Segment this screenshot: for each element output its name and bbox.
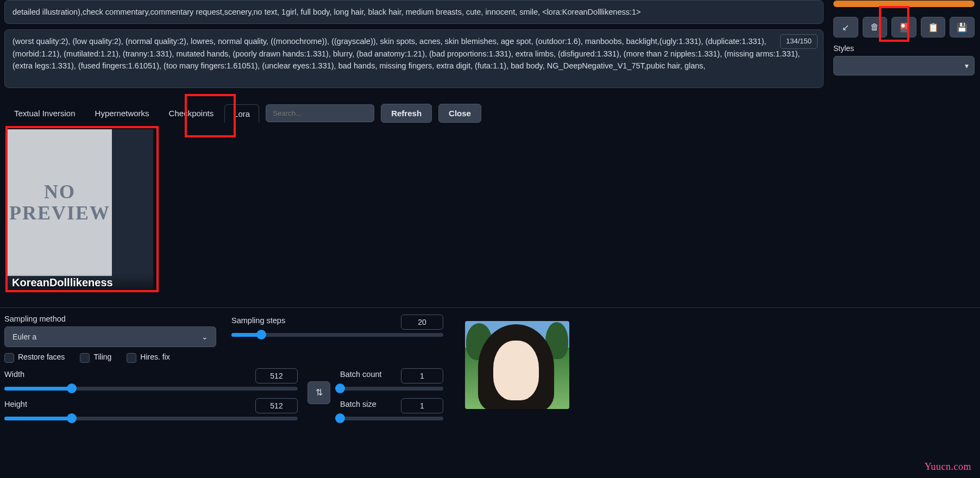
tab-hypernetworks[interactable]: Hypernetworks <box>86 104 158 122</box>
height-value[interactable]: 512 <box>255 398 298 413</box>
width-label: Width <box>4 370 24 379</box>
batch-size-value[interactable]: 1 <box>401 398 443 413</box>
negative-prompt[interactable]: 134/150 (worst quality:2), (low quality:… <box>4 29 824 88</box>
token-counter: 134/150 <box>780 34 818 48</box>
negative-prompt-text: (worst quality:2), (low quality:2), (nor… <box>12 37 800 70</box>
restore-faces-checkbox[interactable]: Restore faces <box>4 353 65 362</box>
tab-lora[interactable]: Lora <box>224 104 259 123</box>
width-value[interactable]: 512 <box>255 368 298 383</box>
batch-size-slider[interactable] <box>340 417 443 420</box>
tab-checkpoints[interactable]: Checkpoints <box>160 104 223 122</box>
show-extra-networks-button[interactable]: 🎴 <box>891 17 916 37</box>
batch-count-value[interactable]: 1 <box>401 368 443 383</box>
tiling-checkbox[interactable]: Tiling <box>80 353 111 362</box>
refresh-button[interactable]: Refresh <box>381 104 432 123</box>
styles-label: Styles <box>833 44 975 53</box>
card-label: KoreanDolllikeness <box>8 273 153 292</box>
swap-dimensions-button[interactable]: ⇅ <box>307 381 330 404</box>
sampling-method-label: Sampling method <box>4 315 216 323</box>
clipboard-icon[interactable]: 📋 <box>921 17 946 37</box>
save-icon[interactable]: 💾 <box>950 17 975 37</box>
arrow-icon[interactable]: ↙ <box>833 17 858 37</box>
hires-fix-checkbox[interactable]: Hires. fix <box>127 353 169 362</box>
positive-prompt-text: detailed illustration),check commentary,… <box>12 8 641 16</box>
watermark: Yuucn.com <box>925 461 971 473</box>
batch-count-slider[interactable] <box>340 387 443 391</box>
height-slider[interactable] <box>4 417 298 420</box>
generate-button[interactable] <box>833 1 975 7</box>
trash-icon[interactable]: 🗑 <box>863 17 888 37</box>
extra-networks-search-input[interactable] <box>266 104 374 122</box>
lora-card[interactable]: NO PREVIEW KoreanDolllikeness <box>8 129 153 292</box>
sampling-steps-slider[interactable] <box>231 333 443 337</box>
height-label: Height <box>4 400 27 408</box>
batch-size-label: Batch size <box>340 400 376 408</box>
styles-dropdown[interactable]: ▾ <box>833 56 975 76</box>
chevron-down-icon: ⌄ <box>202 332 208 341</box>
width-slider[interactable] <box>4 387 298 391</box>
output-image[interactable] <box>465 321 569 409</box>
close-button[interactable]: Close <box>438 104 481 123</box>
no-preview-placeholder: NO PREVIEW <box>8 129 112 276</box>
tab-textual-inversion[interactable]: Textual Inversion <box>5 104 84 122</box>
positive-prompt[interactable]: detailed illustration),check commentary,… <box>4 0 824 24</box>
chevron-down-icon: ▾ <box>965 61 969 70</box>
sampling-steps-label: Sampling steps <box>231 316 285 325</box>
sampling-method-select[interactable]: Euler a ⌄ <box>4 326 216 347</box>
batch-count-label: Batch count <box>340 370 382 379</box>
sampling-steps-value[interactable]: 20 <box>401 315 443 330</box>
extra-networks-panel: Textual Inversion Hypernetworks Checkpoi… <box>0 98 980 307</box>
